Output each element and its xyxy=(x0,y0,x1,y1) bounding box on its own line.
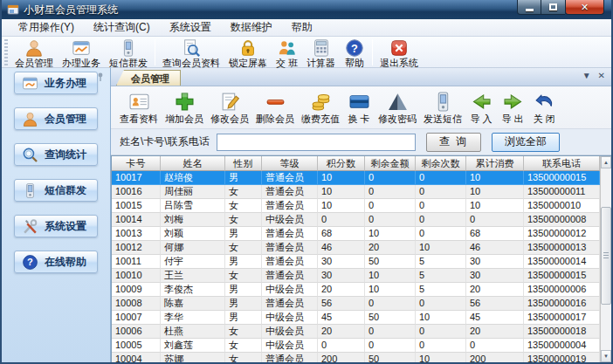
column-header[interactable]: 卡号 xyxy=(112,156,161,171)
sidebar-item-label: 在线帮助 xyxy=(45,255,86,270)
toolbar-sms-broadcast[interactable]: 短信群发 xyxy=(105,38,152,69)
tab-dropdown-icon[interactable]: ▼ xyxy=(582,71,591,81)
table-cell: 刘颖 xyxy=(161,227,225,241)
scroll-up-icon[interactable]: ▲ xyxy=(601,156,611,168)
table-data: 卡号姓名性别等级积分数剩余金额剩余次数累计消费联系电话 10017赵培俊男普通会… xyxy=(112,156,600,362)
toolbar-business-handling[interactable]: 办理业务 xyxy=(58,38,105,69)
vertical-scrollbar[interactable]: ▲ ▼ xyxy=(600,156,611,362)
sidebar-item-query-statistics[interactable]: 查询统计 xyxy=(14,143,98,166)
toolbar-help[interactable]: ? 帮助 xyxy=(340,38,369,69)
column-header[interactable]: 剩余金额 xyxy=(365,156,416,171)
browse-all-button[interactable]: 浏览全部 xyxy=(492,133,560,152)
table-row[interactable]: 10011付宇男普通会员305053013500000014 xyxy=(112,255,600,269)
table-row[interactable]: 10009李俊杰男中级会员201052013500000006 xyxy=(112,283,600,297)
tab-member-management[interactable]: 会员管理 xyxy=(116,70,181,86)
query-button[interactable]: 查 询 xyxy=(426,133,481,152)
sidebar-item-label: 会员管理 xyxy=(45,112,86,127)
table-cell: 女 xyxy=(225,185,262,199)
scrollbar-thumb[interactable] xyxy=(601,207,611,305)
table-cell: 普通会员 xyxy=(262,171,318,185)
toolbar-query-member-info[interactable]: 查询会员资料 xyxy=(158,38,224,69)
sidebar-item-business[interactable]: 业务办理 xyxy=(14,72,98,94)
menu-system-settings[interactable]: 系统设置 xyxy=(160,18,221,37)
sidebar-item-member-management[interactable]: 会员管理 xyxy=(14,107,98,130)
close-panel-button[interactable]: 关 闭 xyxy=(528,89,560,126)
table-cell: 50 xyxy=(365,353,416,362)
scroll-down-icon[interactable]: ▼ xyxy=(601,350,611,362)
query-stats-icon xyxy=(22,147,38,163)
pin-icon[interactable] xyxy=(95,70,106,80)
table-row[interactable]: 10013刘颖男普通会员681006813500000012 xyxy=(112,227,600,241)
table-row[interactable]: 10007李华男中级会员4550104513500000017 xyxy=(112,311,600,325)
table-row[interactable]: 10005刘鑫莲女中级会员000013500000004 xyxy=(112,339,600,353)
table-cell: 46 xyxy=(466,241,524,255)
recharge-button[interactable]: 缴费充值 xyxy=(298,89,343,126)
sidebar-item-label: 查询统计 xyxy=(45,148,86,162)
table-row[interactable]: 10015吕陈雪女普通会员1000101350000010 xyxy=(112,199,600,213)
toolbar-shift-change[interactable]: 交 班 xyxy=(272,38,302,69)
window-title: 小财星会员管理系统 xyxy=(24,3,118,17)
delete-member-button[interactable]: 删除会员 xyxy=(252,89,298,126)
import-button[interactable]: 导 入 xyxy=(465,89,497,126)
toolbar-label: 办理业务 xyxy=(62,58,100,68)
toolbar-exit-system[interactable]: 退出系统 xyxy=(375,38,423,69)
column-header[interactable]: 积分数 xyxy=(318,156,365,171)
menu-statistics-query[interactable]: 统计查询(C) xyxy=(84,18,160,37)
toolbar-calculator[interactable]: 计算器 xyxy=(302,38,340,69)
member-toolbar-label: 缴费充值 xyxy=(301,113,340,125)
column-header[interactable]: 等级 xyxy=(262,156,318,171)
table-cell: 20 xyxy=(318,325,365,339)
table-row[interactable]: 10014刘梅女中级会员000013500000008 xyxy=(112,213,600,227)
sidebar-item-online-help[interactable]: ? 在线帮助 xyxy=(14,251,98,273)
table-cell: 10015 xyxy=(112,199,161,213)
table-row[interactable]: 10017赵培俊男普通会员10001013500000015 xyxy=(112,171,600,185)
table-cell: 0 xyxy=(416,213,466,227)
minimize-icon xyxy=(526,9,534,11)
online-help-icon: ? xyxy=(22,254,38,271)
table-cell: 5 xyxy=(416,269,466,283)
menu-data-maintenance[interactable]: 数据维护 xyxy=(221,18,282,37)
table-row[interactable]: 10012何娜女普通会员4620104613500000013 xyxy=(112,241,600,255)
minimize-button[interactable] xyxy=(517,0,541,15)
table-cell: 13500000011 xyxy=(524,185,600,199)
export-button[interactable]: 导 出 xyxy=(497,89,528,126)
maximize-icon xyxy=(549,3,557,10)
column-header[interactable]: 剩余次数 xyxy=(416,156,466,171)
sidebar-item-sms-broadcast[interactable]: 短信群发 xyxy=(14,179,98,202)
column-header[interactable]: 累计消费 xyxy=(466,156,524,171)
column-header[interactable]: 姓名 xyxy=(161,156,225,171)
menu-help[interactable]: 帮助 xyxy=(282,18,322,37)
table-cell: 普通会员 xyxy=(262,227,318,241)
edit-member-button[interactable]: 修改会员 xyxy=(207,89,252,126)
column-header[interactable]: 联系电话 xyxy=(524,156,600,171)
table-cell: 200 xyxy=(466,353,524,362)
calculator-icon xyxy=(311,38,332,58)
table-cell: 10011 xyxy=(112,255,161,269)
change-card-button[interactable]: 换 卡 xyxy=(343,89,375,126)
table-row[interactable]: 10016周佳丽女普通会员10001013500000011 xyxy=(112,185,600,199)
tab-close-icon[interactable]: ✕ xyxy=(598,71,605,81)
member-toolbar-label: 查看资料 xyxy=(120,113,158,125)
maximize-button[interactable] xyxy=(541,0,565,15)
table-cell: 20 xyxy=(466,325,524,339)
member-toolbar-label: 导 出 xyxy=(501,113,523,125)
column-header[interactable]: 性别 xyxy=(225,156,262,171)
table-row[interactable]: 10004苏娜女普通会员200501020013500000019 xyxy=(112,353,600,362)
table-cell: 女 xyxy=(225,213,262,227)
menu-common-operations[interactable]: 常用操作(Y) xyxy=(9,18,84,37)
table-cell: 10 xyxy=(466,185,524,199)
table-row[interactable]: 10008陈嘉男普通会员56005613500000016 xyxy=(112,297,600,311)
toolbar-member-management[interactable]: 会员管理 xyxy=(10,38,58,69)
add-member-button[interactable]: 增加会员 xyxy=(162,89,207,126)
sidebar-item-system-settings[interactable]: 系统设置 xyxy=(14,215,98,237)
table-row[interactable]: 10006杜燕女中级会员20002013500000018 xyxy=(112,325,600,339)
send-sms-button[interactable]: 发送短信 xyxy=(420,89,465,126)
view-profile-button[interactable]: 查看资料 xyxy=(116,89,162,126)
search-input[interactable] xyxy=(217,134,416,151)
toolbar-lock-screen[interactable]: 锁定屏幕 xyxy=(224,38,272,69)
table-row[interactable]: 10010王兰女普通会员301053013500000015 xyxy=(112,269,600,283)
title-bar: 小财星会员管理系统 ✕ xyxy=(2,0,611,19)
table-cell: 68 xyxy=(318,227,365,241)
close-button[interactable]: ✕ xyxy=(565,0,604,15)
change-password-button[interactable]: 修改密码 xyxy=(375,89,420,126)
